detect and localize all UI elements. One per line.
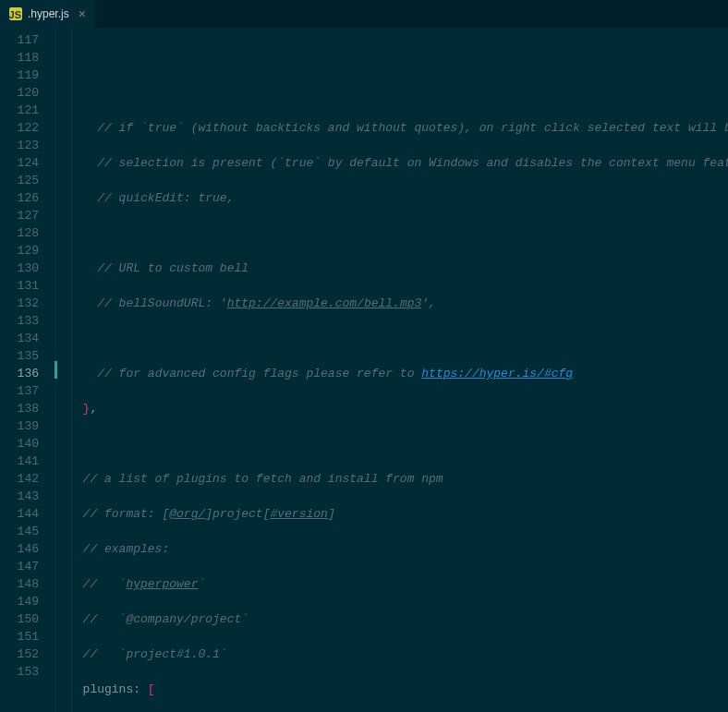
javascript-icon: JS — [9, 7, 22, 20]
code-line: // `hyperpower` — [68, 575, 728, 593]
line-number: 144 — [0, 505, 39, 523]
code-line: }, — [68, 400, 728, 417]
code-line — [68, 435, 728, 453]
code-line: // `project#1.0.1` — [68, 646, 728, 663]
line-number: 141 — [0, 453, 39, 470]
line-number: 124 — [0, 154, 39, 172]
editor-area: 1171181191201211221231241251261271281291… — [0, 28, 728, 712]
line-number: 148 — [0, 575, 39, 593]
line-number: 128 — [0, 224, 39, 242]
line-number: 121 — [0, 102, 39, 119]
code-line — [68, 84, 728, 102]
line-number: 142 — [0, 470, 39, 488]
code-line: plugins: [ — [68, 681, 728, 698]
line-number: 146 — [0, 540, 39, 558]
line-number: 137 — [0, 382, 39, 400]
line-number: 139 — [0, 417, 39, 435]
line-number: 133 — [0, 312, 39, 330]
tab-filename: .hyper.js — [28, 7, 69, 20]
code-line — [68, 330, 728, 347]
close-icon[interactable]: × — [79, 6, 86, 21]
line-number: 129 — [0, 242, 39, 259]
code-line — [68, 224, 728, 242]
line-number: 138 — [0, 400, 39, 417]
line-number: 118 — [0, 49, 39, 66]
code-line: // examples: — [68, 540, 728, 558]
line-number: 145 — [0, 523, 39, 540]
code-line: // `@company/project` — [68, 610, 728, 628]
line-number: 125 — [0, 172, 39, 189]
code-line: // format: [@org/]project[#version] — [68, 505, 728, 523]
line-number: 126 — [0, 189, 39, 207]
line-number: 131 — [0, 277, 39, 295]
line-number: 153 — [0, 663, 39, 681]
tab-hyper-js[interactable]: JS .hyper.js × — [0, 0, 95, 28]
code-line: // URL to custom bell — [68, 259, 728, 277]
code-content[interactable]: // if `true` (without backticks and with… — [55, 28, 728, 712]
line-number: 130 — [0, 259, 39, 277]
line-number: 143 — [0, 488, 39, 505]
code-line: // for advanced config flags please refe… — [68, 365, 728, 382]
line-number: 147 — [0, 558, 39, 575]
line-number: 127 — [0, 207, 39, 224]
code-line: // selection is present (`true` by defau… — [68, 154, 728, 172]
line-number: 140 — [0, 435, 39, 453]
line-number: 120 — [0, 84, 39, 102]
tab-bar: JS .hyper.js × — [0, 0, 728, 28]
line-number: 149 — [0, 593, 39, 610]
line-number: 122 — [0, 119, 39, 137]
line-number: 123 — [0, 137, 39, 154]
line-number: 136 — [0, 365, 39, 382]
line-number: 150 — [0, 610, 39, 628]
code-line: // if `true` (without backticks and with… — [68, 119, 728, 137]
line-number-gutter: 1171181191201211221231241251261271281291… — [0, 28, 55, 712]
code-line: // a list of plugins to fetch and instal… — [68, 470, 728, 488]
code-line: // quickEdit: true, — [68, 189, 728, 207]
line-number: 152 — [0, 646, 39, 663]
line-number: 151 — [0, 628, 39, 646]
line-number: 117 — [0, 31, 39, 49]
line-number: 135 — [0, 347, 39, 365]
line-number: 119 — [0, 66, 39, 84]
line-number: 134 — [0, 330, 39, 347]
code-line: // bellSoundURL: 'http://example.com/bel… — [68, 295, 728, 312]
line-number: 132 — [0, 295, 39, 312]
